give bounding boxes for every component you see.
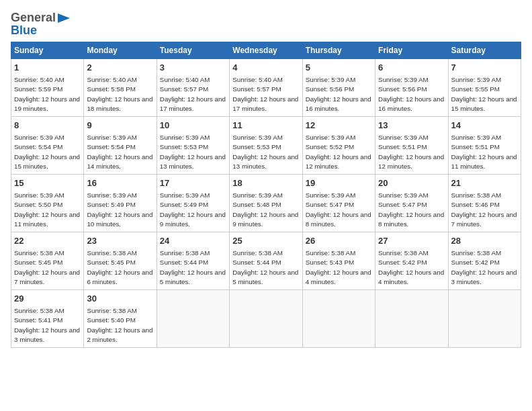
logo-flag-icon: [58, 13, 70, 23]
day-number: 5: [306, 62, 372, 74]
calendar-day-cell: 10Sunrise: 5:39 AMSunset: 5:53 PMDayligh…: [157, 117, 229, 175]
day-number: 28: [451, 235, 518, 247]
day-info: Sunrise: 5:39 AMSunset: 5:54 PMDaylight:…: [87, 133, 153, 171]
calendar-day-cell: 28Sunrise: 5:38 AMSunset: 5:42 PMDayligh…: [448, 232, 521, 290]
day-number: 9: [87, 120, 153, 132]
calendar-day-cell: 30Sunrise: 5:38 AMSunset: 5:40 PMDayligh…: [84, 290, 157, 348]
day-number: 4: [232, 62, 299, 74]
calendar-day-cell: [302, 290, 375, 348]
calendar-day-cell: [157, 290, 229, 348]
day-number: 29: [14, 293, 81, 305]
day-number: 3: [160, 62, 226, 74]
day-number: 1: [14, 62, 81, 74]
calendar-day-header: Sunday: [11, 42, 84, 59]
calendar-day-cell: [448, 290, 521, 348]
calendar-day-cell: 9Sunrise: 5:39 AMSunset: 5:54 PMDaylight…: [84, 117, 157, 175]
day-info: Sunrise: 5:40 AMSunset: 5:58 PMDaylight:…: [87, 75, 153, 113]
day-number: 18: [232, 177, 299, 189]
day-info: Sunrise: 5:39 AMSunset: 5:52 PMDaylight:…: [306, 133, 372, 171]
day-info: Sunrise: 5:39 AMSunset: 5:47 PMDaylight:…: [378, 191, 445, 229]
calendar-day-cell: 5Sunrise: 5:39 AMSunset: 5:56 PMDaylight…: [302, 59, 375, 117]
calendar-day-header: Monday: [84, 42, 157, 59]
calendar-week-row: 1Sunrise: 5:40 AMSunset: 5:59 PMDaylight…: [11, 59, 521, 117]
logo: General Blue: [11, 11, 70, 38]
day-info: Sunrise: 5:39 AMSunset: 5:47 PMDaylight:…: [306, 191, 372, 229]
calendar-day-header: Thursday: [302, 42, 375, 59]
logo-general-text: General: [11, 11, 56, 25]
calendar-day-cell: 13Sunrise: 5:39 AMSunset: 5:51 PMDayligh…: [375, 117, 448, 175]
day-info: Sunrise: 5:38 AMSunset: 5:42 PMDaylight:…: [378, 248, 445, 287]
calendar-day-cell: 2Sunrise: 5:40 AMSunset: 5:58 PMDaylight…: [84, 59, 157, 117]
calendar-day-cell: 18Sunrise: 5:39 AMSunset: 5:48 PMDayligh…: [230, 175, 302, 232]
day-number: 8: [14, 120, 81, 132]
calendar-day-cell: 21Sunrise: 5:38 AMSunset: 5:46 PMDayligh…: [448, 175, 521, 232]
calendar-day-cell: 12Sunrise: 5:39 AMSunset: 5:52 PMDayligh…: [302, 117, 375, 175]
day-number: 21: [451, 177, 518, 189]
calendar-day-cell: 17Sunrise: 5:39 AMSunset: 5:49 PMDayligh…: [157, 175, 229, 232]
day-number: 23: [87, 235, 153, 247]
calendar-day-cell: 22Sunrise: 5:38 AMSunset: 5:45 PMDayligh…: [11, 232, 84, 290]
day-number: 12: [306, 120, 372, 132]
calendar-day-cell: 4Sunrise: 5:40 AMSunset: 5:57 PMDaylight…: [230, 59, 302, 117]
day-info: Sunrise: 5:39 AMSunset: 5:51 PMDaylight:…: [451, 133, 518, 171]
day-info: Sunrise: 5:38 AMSunset: 5:41 PMDaylight:…: [14, 306, 81, 345]
day-info: Sunrise: 5:39 AMSunset: 5:48 PMDaylight:…: [232, 191, 299, 229]
day-number: 27: [378, 235, 445, 247]
page-header: General Blue: [11, 11, 521, 38]
day-info: Sunrise: 5:38 AMSunset: 5:44 PMDaylight:…: [160, 248, 226, 287]
calendar-day-header: Saturday: [448, 42, 521, 59]
day-info: Sunrise: 5:39 AMSunset: 5:53 PMDaylight:…: [232, 133, 299, 171]
day-info: Sunrise: 5:38 AMSunset: 5:42 PMDaylight:…: [451, 248, 518, 287]
calendar-day-cell: 19Sunrise: 5:39 AMSunset: 5:47 PMDayligh…: [302, 175, 375, 232]
calendar-day-cell: 8Sunrise: 5:39 AMSunset: 5:54 PMDaylight…: [11, 117, 84, 175]
calendar-day-cell: 11Sunrise: 5:39 AMSunset: 5:53 PMDayligh…: [230, 117, 302, 175]
day-number: 10: [160, 120, 226, 132]
calendar-table: SundayMondayTuesdayWednesdayThursdayFrid…: [11, 42, 521, 348]
day-info: Sunrise: 5:40 AMSunset: 5:57 PMDaylight:…: [160, 75, 226, 113]
day-info: Sunrise: 5:40 AMSunset: 5:59 PMDaylight:…: [14, 75, 81, 113]
calendar-day-cell: 6Sunrise: 5:39 AMSunset: 5:56 PMDaylight…: [375, 59, 448, 117]
calendar-day-cell: 7Sunrise: 5:39 AMSunset: 5:55 PMDaylight…: [448, 59, 521, 117]
day-number: 16: [87, 177, 153, 189]
calendar-day-cell: 26Sunrise: 5:38 AMSunset: 5:43 PMDayligh…: [302, 232, 375, 290]
day-info: Sunrise: 5:38 AMSunset: 5:45 PMDaylight:…: [87, 248, 153, 287]
calendar-day-cell: [375, 290, 448, 348]
day-number: 14: [451, 120, 518, 132]
day-info: Sunrise: 5:38 AMSunset: 5:45 PMDaylight:…: [14, 248, 81, 287]
day-number: 30: [87, 293, 153, 305]
day-number: 13: [378, 120, 445, 132]
day-info: Sunrise: 5:39 AMSunset: 5:54 PMDaylight:…: [14, 133, 81, 171]
day-number: 19: [306, 177, 372, 189]
calendar-day-cell: 1Sunrise: 5:40 AMSunset: 5:59 PMDaylight…: [11, 59, 84, 117]
calendar-week-row: 22Sunrise: 5:38 AMSunset: 5:45 PMDayligh…: [11, 232, 521, 290]
calendar-day-cell: 25Sunrise: 5:38 AMSunset: 5:44 PMDayligh…: [230, 232, 302, 290]
calendar-day-cell: 20Sunrise: 5:39 AMSunset: 5:47 PMDayligh…: [375, 175, 448, 232]
svg-marker-0: [58, 13, 70, 23]
calendar-day-header: Wednesday: [230, 42, 302, 59]
day-info: Sunrise: 5:39 AMSunset: 5:49 PMDaylight:…: [87, 191, 153, 229]
day-number: 24: [160, 235, 226, 247]
day-number: 25: [232, 235, 299, 247]
day-number: 6: [378, 62, 445, 74]
day-number: 17: [160, 177, 226, 189]
day-info: Sunrise: 5:39 AMSunset: 5:50 PMDaylight:…: [14, 191, 81, 229]
calendar-header-row: SundayMondayTuesdayWednesdayThursdayFrid…: [11, 42, 521, 59]
calendar-day-cell: 24Sunrise: 5:38 AMSunset: 5:44 PMDayligh…: [157, 232, 229, 290]
day-number: 20: [378, 177, 445, 189]
calendar-week-row: 15Sunrise: 5:39 AMSunset: 5:50 PMDayligh…: [11, 175, 521, 232]
calendar-day-cell: 16Sunrise: 5:39 AMSunset: 5:49 PMDayligh…: [84, 175, 157, 232]
day-number: 15: [14, 177, 81, 189]
day-number: 26: [306, 235, 372, 247]
calendar-day-cell: 27Sunrise: 5:38 AMSunset: 5:42 PMDayligh…: [375, 232, 448, 290]
day-info: Sunrise: 5:39 AMSunset: 5:53 PMDaylight:…: [160, 133, 226, 171]
day-number: 11: [232, 120, 299, 132]
day-info: Sunrise: 5:38 AMSunset: 5:43 PMDaylight:…: [306, 248, 372, 287]
calendar-day-cell: [230, 290, 302, 348]
day-info: Sunrise: 5:38 AMSunset: 5:46 PMDaylight:…: [451, 191, 518, 229]
day-info: Sunrise: 5:40 AMSunset: 5:57 PMDaylight:…: [232, 75, 299, 113]
day-info: Sunrise: 5:39 AMSunset: 5:49 PMDaylight:…: [160, 191, 226, 229]
calendar-day-header: Friday: [375, 42, 448, 59]
calendar-day-cell: 3Sunrise: 5:40 AMSunset: 5:57 PMDaylight…: [157, 59, 229, 117]
calendar-week-row: 29Sunrise: 5:38 AMSunset: 5:41 PMDayligh…: [11, 290, 521, 348]
calendar-day-cell: 29Sunrise: 5:38 AMSunset: 5:41 PMDayligh…: [11, 290, 84, 348]
